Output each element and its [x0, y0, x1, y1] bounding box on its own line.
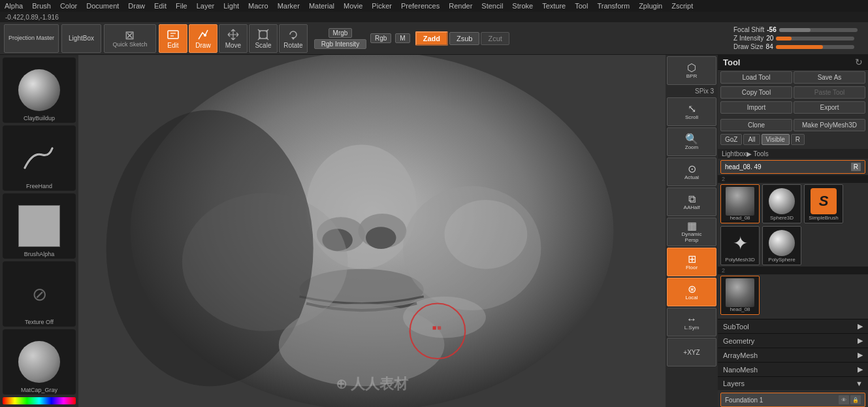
- focal-shift-value: -56: [767, 26, 776, 33]
- polysphere-image: [769, 230, 795, 256]
- menu-edit[interactable]: Edit: [152, 1, 169, 10]
- projection-master-button[interactable]: Projection Master: [4, 24, 59, 53]
- bpr-button[interactable]: ⬡ BPR: [667, 56, 716, 85]
- mrgb-button[interactable]: Mrgb: [329, 28, 353, 38]
- m-button[interactable]: M: [395, 33, 410, 43]
- scale-button[interactable]: Scale: [249, 24, 278, 53]
- canvas-area[interactable]: ⊕ 人人表材: [78, 55, 666, 407]
- zoom-button[interactable]: 🔍 Zoom: [667, 127, 716, 156]
- r-button[interactable]: R: [791, 134, 805, 145]
- rgb-intensity-slider[interactable]: Rgb Intensity: [314, 39, 366, 49]
- draw-size-slider[interactable]: [776, 45, 854, 49]
- quick-sketch-label: Quick Sketch: [112, 41, 147, 48]
- menu-file[interactable]: File: [174, 1, 189, 10]
- visible-button[interactable]: Visible: [762, 134, 790, 145]
- menu-macro[interactable]: Macro: [246, 1, 270, 10]
- goz-button[interactable]: GoZ: [720, 134, 742, 145]
- menu-transform[interactable]: Transform: [595, 1, 632, 10]
- geometry-section[interactable]: Geometry ▶: [718, 333, 868, 348]
- texture-preview[interactable]: ⊘ Texture Off: [3, 261, 76, 327]
- save-as-button[interactable]: Save As: [794, 71, 865, 84]
- dynamic-persp-button[interactable]: ▦ Dynamic Persp: [667, 218, 716, 246]
- menu-render[interactable]: Render: [447, 1, 474, 10]
- load-tool-button[interactable]: Load Tool: [720, 71, 792, 84]
- menu-alpha[interactable]: Alpha: [3, 1, 25, 10]
- paste-tool-button[interactable]: Paste Tool: [794, 86, 865, 99]
- material-preview[interactable]: MatCap_Gray: [3, 329, 76, 395]
- focal-shift-slider[interactable]: [779, 28, 858, 32]
- menu-stroke[interactable]: Stroke: [510, 1, 535, 10]
- menu-marker[interactable]: Marker: [276, 1, 302, 10]
- menu-zscript[interactable]: Zscript: [669, 1, 695, 10]
- all-button[interactable]: All: [743, 134, 760, 145]
- aahalf-button[interactable]: ⧉ AAHalf: [667, 187, 716, 216]
- menu-light[interactable]: Light: [221, 1, 241, 10]
- polysphere-thumb[interactable]: PolySphere: [762, 226, 801, 265]
- tool-title: Tool: [723, 57, 740, 67]
- quick-sketch-button[interactable]: ⊠ Quick Sketch: [104, 24, 156, 53]
- menu-texture[interactable]: Texture: [540, 1, 568, 10]
- scroll-button[interactable]: ⤡ Scroll: [667, 97, 716, 126]
- export-button[interactable]: Export: [794, 101, 865, 114]
- rotate-button[interactable]: Rotate: [279, 24, 308, 53]
- local-button[interactable]: ⊛ Local: [667, 278, 716, 306]
- polymesh3d-thumb[interactable]: ✦ PolyMesh3D: [720, 226, 760, 265]
- floor-button[interactable]: ⊞ Floor: [667, 248, 716, 276]
- lsym-button[interactable]: ↔ L.Sym: [667, 308, 716, 336]
- z-intensity-slider[interactable]: [776, 37, 854, 41]
- import-button[interactable]: Import: [720, 101, 792, 114]
- subtool-section[interactable]: SubTool ▶: [718, 319, 868, 333]
- rgb-button[interactable]: Rgb: [370, 33, 391, 43]
- simplebrush-thumb[interactable]: S SimpleBrush: [804, 184, 843, 223]
- zadd-group: Zadd Zsub Zcut: [415, 31, 509, 46]
- simplebrush-label: SimpleBrush: [809, 216, 838, 221]
- lsym-icon: ↔: [686, 314, 697, 325]
- layers-section-header[interactable]: Layers ▼: [718, 376, 868, 390]
- coordinates: -0.422,0.89,-1.916: [5, 14, 59, 21]
- menu-movie[interactable]: Movie: [342, 1, 364, 10]
- stroke-preview[interactable]: FreeHand: [3, 125, 76, 191]
- menu-layer[interactable]: Layer: [195, 1, 217, 10]
- menu-picker[interactable]: Picker: [370, 1, 394, 10]
- actual-button[interactable]: ⊙ Actual: [667, 157, 716, 186]
- alpha-preview[interactable]: BrushAlpha: [3, 193, 76, 259]
- menu-draw[interactable]: Draw: [126, 1, 147, 10]
- menu-tool[interactable]: Tool: [573, 1, 590, 10]
- arraymesh-section[interactable]: ArrayMesh ▶: [718, 348, 868, 362]
- layer-eye-button[interactable]: 👁: [839, 395, 849, 404]
- xyz-button[interactable]: +XYZ: [667, 338, 716, 366]
- head08-thumb[interactable]: head_08: [720, 184, 760, 223]
- menu-brush[interactable]: Brush: [30, 1, 53, 10]
- menu-document[interactable]: Document: [84, 1, 121, 10]
- sphere3d-thumb[interactable]: Sphere3D: [762, 184, 801, 223]
- clone-button[interactable]: Clone: [720, 119, 792, 131]
- far-right-panel: Tool ↻ Load Tool Save As Copy Tool Paste…: [718, 55, 868, 407]
- head08b-thumb[interactable]: head_08: [720, 276, 760, 315]
- lightbox-tools-header[interactable]: Lightbox▶ Tools: [718, 149, 868, 159]
- foundation-layer[interactable]: Foundation 1 👁 🔒: [720, 393, 865, 407]
- menu-zplugin[interactable]: Zplugin: [637, 1, 664, 10]
- zcut-button[interactable]: Zcut: [481, 32, 509, 45]
- refresh-icon[interactable]: ↻: [855, 57, 863, 67]
- brush-preview[interactable]: ClayBuildup: [3, 57, 76, 123]
- draw-button[interactable]: Draw: [189, 24, 217, 53]
- zsub-button[interactable]: Zsub: [449, 32, 479, 45]
- move-button[interactable]: Move: [219, 24, 248, 53]
- zadd-button[interactable]: Zadd: [415, 31, 448, 46]
- layer-lock-button[interactable]: 🔒: [850, 395, 861, 404]
- color-strip[interactable]: [3, 397, 76, 404]
- copy-tool-button[interactable]: Copy Tool: [720, 86, 792, 99]
- dynamic-icon: ▦: [687, 221, 697, 231]
- make-polymesh-button[interactable]: Make PolyMesh3D: [794, 119, 865, 131]
- head08b-image: [726, 278, 754, 307]
- nanomesh-section[interactable]: NanoMesh ▶: [718, 362, 868, 376]
- brush-label: ClayBuildup: [3, 115, 76, 122]
- tools-grid-row2: ✦ PolyMesh3D PolySphere: [718, 225, 868, 267]
- head-slot[interactable]: head_08. 49 R: [720, 160, 865, 174]
- menu-color[interactable]: Color: [58, 1, 79, 10]
- menu-material[interactable]: Material: [307, 1, 336, 10]
- menu-stencil[interactable]: Stencil: [479, 1, 505, 10]
- menu-preferences[interactable]: Preferences: [399, 1, 442, 10]
- edit-button[interactable]: Edit: [159, 24, 187, 53]
- lightbox-button[interactable]: LightBox: [61, 24, 101, 53]
